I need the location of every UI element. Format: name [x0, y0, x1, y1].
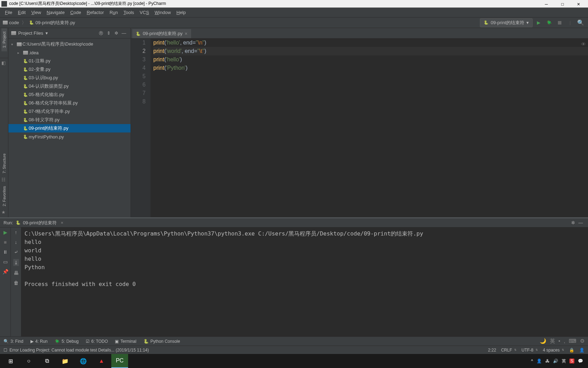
acrobat-button[interactable]: ▲: [93, 354, 110, 368]
inspection-eye-icon[interactable]: 👁: [581, 40, 586, 48]
project-panel: Project Files ▾ ⦿ ⇕ ✲ — ▾C:\Users\黑马程序员\…: [8, 28, 131, 217]
layout-button[interactable]: ▭: [3, 259, 8, 265]
editor-tab[interactable]: 🐍 09-print的结束符.py ×: [132, 28, 191, 38]
tree-item[interactable]: 🐍09-print的结束符.py: [8, 124, 131, 132]
tray-ime-icon[interactable]: 英: [562, 358, 566, 364]
tree-item[interactable]: 🐍03-认识bug.py: [8, 74, 131, 82]
run-label: Run:: [4, 220, 13, 225]
stop-button[interactable]: [555, 18, 564, 27]
lock-icon[interactable]: 🔒: [569, 348, 574, 353]
gear-icon[interactable]: ⚙: [580, 338, 584, 345]
tab-debug[interactable]: 🪲5: Debug: [55, 339, 79, 344]
menu-navigate[interactable]: Navigate: [44, 8, 67, 16]
chrome-button[interactable]: 🌐: [75, 354, 92, 368]
tree-item[interactable]: 🐍02-变量.py: [8, 65, 131, 74]
gear-icon[interactable]: ✲: [112, 29, 120, 37]
bookmark-icon[interactable]: ◧: [1, 60, 7, 66]
rerun-button[interactable]: ▶: [4, 230, 7, 235]
menu-window[interactable]: Window: [152, 8, 174, 16]
toolwindow-favorites[interactable]: 2: Favorites: [1, 183, 7, 210]
tray-chevron-icon[interactable]: ^: [531, 359, 533, 363]
toolwindow-structure[interactable]: 7: Structure: [1, 150, 7, 177]
tree-item[interactable]: 🐍06-格式化字符串拓展.py: [8, 99, 131, 107]
scroll-to-end-icon[interactable]: ⤓: [13, 259, 19, 266]
close-icon[interactable]: ×: [184, 31, 187, 36]
down-icon[interactable]: ↓: [15, 239, 17, 245]
menu-view[interactable]: View: [28, 8, 44, 16]
maximize-button[interactable]: ☐: [554, 0, 570, 8]
tree-item[interactable]: 🐍07-f格式化字符串.py: [8, 107, 131, 116]
project-tree[interactable]: ▾C:\Users\黑马程序员\Desktop\code▸.idea🐍01-注释…: [8, 39, 131, 217]
inspection-icon[interactable]: 👤: [579, 348, 584, 353]
stop-button[interactable]: ■: [4, 239, 7, 245]
hide-icon[interactable]: —: [577, 220, 584, 225]
run-button[interactable]: ▶: [534, 18, 543, 27]
gear-icon[interactable]: ✲: [569, 220, 577, 225]
menu-refactor[interactable]: Refactor: [84, 8, 107, 16]
menu-vcs[interactable]: VCS: [137, 8, 152, 16]
tree-item[interactable]: 🐍myFirstPython.py: [8, 132, 131, 141]
keyboard-icon[interactable]: ⌨: [569, 338, 576, 345]
tab-run[interactable]: ▶4: Run: [30, 339, 48, 344]
tree-item[interactable]: 🐍05-格式化输出.py: [8, 90, 131, 99]
menu-file[interactable]: File: [2, 8, 15, 16]
chevron-down-icon[interactable]: ▾: [46, 30, 48, 36]
pycharm-button[interactable]: PC: [111, 354, 128, 368]
file-explorer-button[interactable]: 📁: [57, 354, 74, 368]
task-view-button[interactable]: ⧉: [38, 354, 55, 368]
run-config-selector[interactable]: 🐍 09-print的结束符 ▾: [480, 18, 533, 27]
tree-item[interactable]: ▾C:\Users\黑马程序员\Desktop\code: [8, 40, 131, 48]
line-separator[interactable]: CRLF⇅: [501, 348, 517, 353]
collapse-icon[interactable]: ⇕: [105, 29, 112, 37]
tray-network-icon[interactable]: 🖧: [545, 359, 550, 363]
tree-item[interactable]: 🐍04-认识数据类型.py: [8, 82, 131, 90]
code-content[interactable]: print('hello', end="\n")print('world', e…: [150, 39, 588, 217]
notification-icon[interactable]: ☐: [4, 348, 7, 353]
chevron-right-icon: 〉: [22, 20, 26, 26]
tree-item[interactable]: 🐍08-转义字符.py: [8, 116, 131, 124]
pause-button[interactable]: ⏸: [3, 249, 8, 255]
locate-icon[interactable]: ⦿: [97, 29, 105, 37]
menu-code[interactable]: Code: [68, 8, 84, 16]
indent-setting[interactable]: 4 spaces⇅: [543, 348, 564, 353]
search-button[interactable]: 🔍: [576, 18, 585, 27]
print-icon[interactable]: 🖶: [14, 270, 19, 276]
soft-wrap-icon[interactable]: ⤶: [14, 249, 18, 255]
tab-terminal[interactable]: ▣Terminal: [115, 339, 136, 344]
tray-volume-icon[interactable]: 🔊: [553, 359, 558, 363]
menu-help[interactable]: Help: [174, 8, 189, 16]
tab-python-console[interactable]: 🐍Python Console: [144, 339, 180, 344]
status-message[interactable]: Error Loading Project: Cannot load modul…: [9, 348, 149, 353]
tab-todo[interactable]: ☑6: TODO: [86, 339, 108, 344]
menu-edit[interactable]: Edit: [15, 8, 28, 16]
minimize-button[interactable]: —: [538, 0, 554, 8]
debug-button[interactable]: 🪲: [545, 18, 554, 27]
moon-icon[interactable]: 🌙: [540, 338, 546, 345]
trash-icon[interactable]: 🗑: [14, 280, 19, 286]
tab-find[interactable]: 🔍3: Find: [4, 339, 23, 344]
tray-people-icon[interactable]: 👤: [537, 359, 542, 363]
system-tray[interactable]: ^ 👤 🖧 🔊 英 S 💬: [531, 358, 586, 364]
menu-run[interactable]: Run: [107, 8, 121, 16]
code-editor[interactable]: 12345678 print('hello', end="\n")print('…: [131, 39, 588, 217]
run-tab[interactable]: 🐍 09-print的结束符 ×: [16, 220, 63, 226]
project-panel-title[interactable]: Project Files: [18, 30, 43, 36]
hide-icon[interactable]: —: [120, 29, 128, 37]
tray-action-center-icon[interactable]: 💬: [578, 359, 583, 363]
close-button[interactable]: ✕: [570, 0, 587, 8]
cursor-position[interactable]: 2:22: [488, 348, 496, 353]
console-output[interactable]: C:\Users\黑马程序员\AppData\Local\Programs\Py…: [21, 227, 588, 336]
pin-button[interactable]: 📌: [2, 269, 8, 274]
menu-tools[interactable]: Tools: [121, 8, 137, 16]
toolwindow-project[interactable]: 1: Project: [1, 28, 7, 51]
file-encoding[interactable]: UTF-8⇅: [522, 348, 538, 353]
start-button[interactable]: ⊞: [2, 354, 19, 368]
close-icon[interactable]: ×: [61, 220, 64, 225]
tree-item[interactable]: 🐍01-注释.py: [8, 57, 131, 65]
lang-indicator[interactable]: 英: [550, 338, 555, 345]
up-icon[interactable]: ↑: [15, 230, 17, 235]
tray-sogou-icon[interactable]: S: [569, 359, 574, 363]
tree-item[interactable]: ▸.idea: [8, 48, 131, 57]
cortana-button[interactable]: ○: [20, 354, 37, 368]
breadcrumb[interactable]: code 〉 🐍 09-print的结束符.py: [3, 20, 75, 26]
